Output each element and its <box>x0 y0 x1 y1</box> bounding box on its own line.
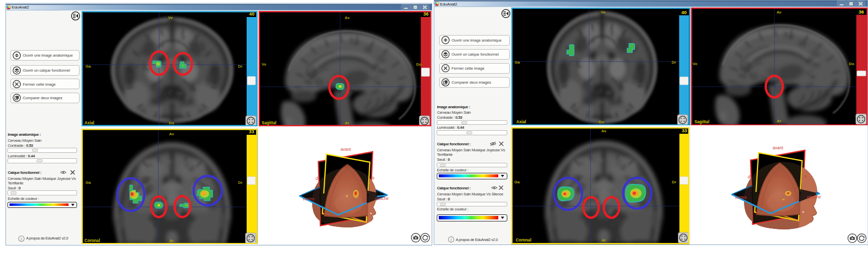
svg-text:Dr: Dr <box>671 60 676 65</box>
svg-text:Coronal: Coronal <box>85 238 100 243</box>
svg-text:Do: Do <box>599 119 604 124</box>
svg-text:Dr: Dr <box>672 180 676 184</box>
svg-text:i: i <box>21 236 23 241</box>
svg-text:avant: avant <box>772 145 783 150</box>
svg-text:Do: Do <box>416 62 422 67</box>
svg-text:d: d <box>316 176 318 181</box>
svg-text:gauche: gauche <box>807 194 821 199</box>
svg-text:Ar: Ar <box>345 121 350 125</box>
svg-text:s: s <box>372 175 374 180</box>
svg-text:Ga: Ga <box>86 180 91 184</box>
svg-text:Av: Av <box>776 10 781 15</box>
svg-text:33: 33 <box>682 128 687 133</box>
svg-text:s: s <box>804 174 806 179</box>
svg-text:Dr: Dr <box>238 64 243 68</box>
svg-text:i: i <box>451 237 452 242</box>
svg-text:Do: Do <box>849 61 854 66</box>
svg-text:Axial: Axial <box>516 120 526 124</box>
svg-text:Do: Do <box>169 121 175 125</box>
svg-text:Sagittal: Sagittal <box>694 120 709 124</box>
svg-text:40: 40 <box>681 9 687 15</box>
svg-text:Ve: Ve <box>692 61 697 66</box>
svg-text:Ga: Ga <box>515 60 520 65</box>
svg-text:Coronal: Coronal <box>516 238 531 242</box>
svg-text:36: 36 <box>858 9 864 14</box>
svg-text:Sagittal: Sagittal <box>262 121 277 125</box>
svg-text:Ar: Ar <box>170 238 174 243</box>
svg-text:ventre: ventre <box>303 196 315 201</box>
svg-text:avant: avant <box>341 147 351 152</box>
svg-text:Av: Av <box>345 15 350 20</box>
svg-text:gauche: gauche <box>375 196 389 201</box>
svg-text:Ve: Ve <box>168 15 173 20</box>
svg-text:Ve: Ve <box>601 10 606 15</box>
svg-text:Dr: Dr <box>238 180 243 184</box>
svg-text:Av: Av <box>601 129 606 133</box>
svg-text:Axial: Axial <box>85 121 95 125</box>
svg-text:Ve: Ve <box>262 62 267 67</box>
svg-text:ventre: ventre <box>735 195 747 200</box>
svg-text:d: d <box>748 174 750 179</box>
svg-text:Ga: Ga <box>86 64 91 68</box>
svg-text:Av: Av <box>169 131 174 136</box>
svg-text:Ga: Ga <box>514 180 520 184</box>
svg-text:Ar: Ar <box>602 238 606 242</box>
svg-text:Ar: Ar <box>777 118 781 123</box>
